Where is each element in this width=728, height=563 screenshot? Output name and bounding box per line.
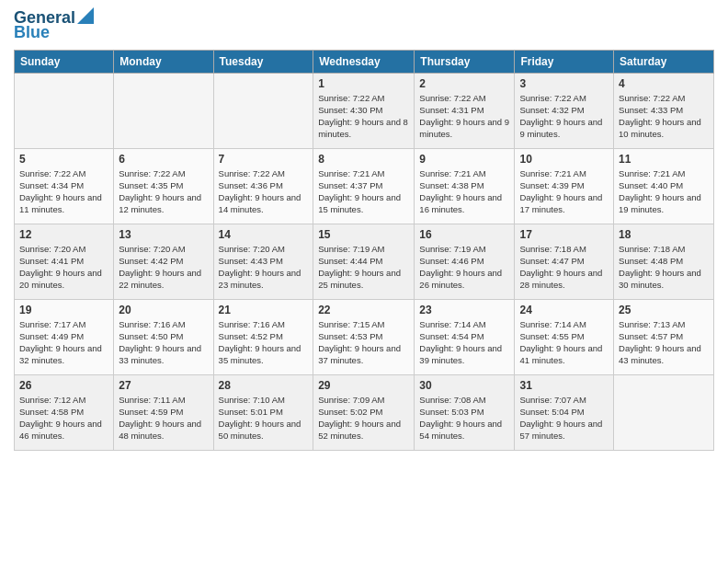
calendar-week-row: 5Sunrise: 7:22 AMSunset: 4:34 PMDaylight… bbox=[15, 148, 714, 224]
day-number: 13 bbox=[119, 228, 208, 241]
day-number: 24 bbox=[519, 304, 609, 316]
page-header: General Blue bbox=[14, 9, 714, 42]
logo-icon bbox=[77, 7, 94, 24]
day-detail: Sunrise: 7:22 AMSunset: 4:35 PMDaylight:… bbox=[119, 167, 208, 216]
day-number: 18 bbox=[619, 228, 709, 241]
calendar-header-friday: Friday bbox=[515, 50, 614, 73]
day-number: 30 bbox=[419, 379, 509, 392]
day-detail: Sunrise: 7:13 AMSunset: 4:57 PMDaylight:… bbox=[619, 318, 709, 367]
day-detail: Sunrise: 7:22 AMSunset: 4:30 PMDaylight:… bbox=[318, 92, 409, 141]
day-number: 14 bbox=[219, 228, 309, 241]
day-detail: Sunrise: 7:10 AMSunset: 5:01 PMDaylight:… bbox=[219, 394, 309, 442]
day-detail: Sunrise: 7:19 AMSunset: 4:44 PMDaylight:… bbox=[318, 243, 409, 292]
calendar-cell: 16Sunrise: 7:19 AMSunset: 4:46 PMDayligh… bbox=[415, 224, 515, 299]
day-detail: Sunrise: 7:20 AMSunset: 4:41 PMDaylight:… bbox=[19, 243, 108, 292]
day-detail: Sunrise: 7:21 AMSunset: 4:37 PMDaylight:… bbox=[318, 167, 409, 216]
calendar-cell: 28Sunrise: 7:10 AMSunset: 5:01 PMDayligh… bbox=[213, 374, 313, 450]
page-container: General Blue SundayMondayTuesdayWednesda… bbox=[0, 0, 728, 460]
calendar-header-row: SundayMondayTuesdayWednesdayThursdayFrid… bbox=[15, 50, 714, 73]
day-number: 20 bbox=[119, 304, 208, 316]
calendar-cell: 25Sunrise: 7:13 AMSunset: 4:57 PMDayligh… bbox=[614, 299, 714, 374]
day-detail: Sunrise: 7:17 AMSunset: 4:49 PMDaylight:… bbox=[19, 318, 108, 367]
calendar-cell: 1Sunrise: 7:22 AMSunset: 4:30 PMDaylight… bbox=[313, 73, 415, 148]
calendar-header-tuesday: Tuesday bbox=[213, 50, 313, 73]
day-number: 7 bbox=[219, 153, 309, 166]
day-detail: Sunrise: 7:09 AMSunset: 5:02 PMDaylight:… bbox=[318, 394, 409, 442]
calendar-cell: 5Sunrise: 7:22 AMSunset: 4:34 PMDaylight… bbox=[15, 148, 114, 224]
calendar-week-row: 19Sunrise: 7:17 AMSunset: 4:49 PMDayligh… bbox=[15, 299, 714, 374]
calendar-cell: 6Sunrise: 7:22 AMSunset: 4:35 PMDaylight… bbox=[114, 148, 213, 224]
day-number: 11 bbox=[619, 153, 709, 166]
day-number: 3 bbox=[519, 77, 609, 90]
day-detail: Sunrise: 7:18 AMSunset: 4:47 PMDaylight:… bbox=[519, 243, 609, 292]
day-number: 23 bbox=[419, 304, 509, 316]
calendar-cell: 31Sunrise: 7:07 AMSunset: 5:04 PMDayligh… bbox=[515, 374, 614, 450]
day-number: 29 bbox=[318, 379, 409, 392]
calendar-header-sunday: Sunday bbox=[15, 50, 114, 73]
calendar-cell: 10Sunrise: 7:21 AMSunset: 4:39 PMDayligh… bbox=[515, 148, 614, 224]
calendar-cell bbox=[614, 374, 714, 450]
day-number: 25 bbox=[619, 304, 709, 316]
calendar-week-row: 26Sunrise: 7:12 AMSunset: 4:58 PMDayligh… bbox=[15, 374, 714, 450]
day-number: 2 bbox=[419, 77, 509, 90]
day-detail: Sunrise: 7:20 AMSunset: 4:43 PMDaylight:… bbox=[219, 243, 309, 292]
day-detail: Sunrise: 7:11 AMSunset: 4:59 PMDaylight:… bbox=[119, 394, 208, 442]
day-detail: Sunrise: 7:07 AMSunset: 5:04 PMDaylight:… bbox=[519, 394, 609, 442]
day-detail: Sunrise: 7:22 AMSunset: 4:34 PMDaylight:… bbox=[19, 167, 108, 216]
day-number: 31 bbox=[519, 379, 609, 392]
day-number: 12 bbox=[19, 228, 108, 241]
svg-marker-0 bbox=[77, 7, 94, 24]
day-detail: Sunrise: 7:22 AMSunset: 4:36 PMDaylight:… bbox=[219, 167, 309, 216]
calendar-cell: 8Sunrise: 7:21 AMSunset: 4:37 PMDaylight… bbox=[313, 148, 415, 224]
calendar-cell: 29Sunrise: 7:09 AMSunset: 5:02 PMDayligh… bbox=[313, 374, 415, 450]
calendar-cell: 21Sunrise: 7:16 AMSunset: 4:52 PMDayligh… bbox=[213, 299, 313, 374]
calendar-cell: 26Sunrise: 7:12 AMSunset: 4:58 PMDayligh… bbox=[15, 374, 114, 450]
logo: General Blue bbox=[14, 9, 94, 42]
day-detail: Sunrise: 7:21 AMSunset: 4:39 PMDaylight:… bbox=[519, 167, 609, 216]
day-detail: Sunrise: 7:15 AMSunset: 4:53 PMDaylight:… bbox=[318, 318, 409, 367]
day-number: 26 bbox=[19, 379, 108, 392]
calendar-header-thursday: Thursday bbox=[415, 50, 515, 73]
calendar-cell: 4Sunrise: 7:22 AMSunset: 4:33 PMDaylight… bbox=[614, 73, 714, 148]
calendar-cell: 7Sunrise: 7:22 AMSunset: 4:36 PMDaylight… bbox=[213, 148, 313, 224]
calendar-cell: 19Sunrise: 7:17 AMSunset: 4:49 PMDayligh… bbox=[15, 299, 114, 374]
day-number: 16 bbox=[419, 228, 509, 241]
calendar-cell bbox=[114, 73, 213, 148]
calendar-cell: 27Sunrise: 7:11 AMSunset: 4:59 PMDayligh… bbox=[114, 374, 213, 450]
day-number: 22 bbox=[318, 304, 409, 316]
day-number: 1 bbox=[318, 77, 409, 90]
day-detail: Sunrise: 7:22 AMSunset: 4:33 PMDaylight:… bbox=[619, 92, 709, 141]
calendar-header-saturday: Saturday bbox=[614, 50, 714, 73]
calendar-table: SundayMondayTuesdayWednesdayThursdayFrid… bbox=[14, 50, 714, 451]
day-number: 8 bbox=[318, 153, 409, 166]
day-detail: Sunrise: 7:21 AMSunset: 4:38 PMDaylight:… bbox=[419, 167, 509, 216]
day-number: 19 bbox=[19, 304, 108, 316]
day-detail: Sunrise: 7:18 AMSunset: 4:48 PMDaylight:… bbox=[619, 243, 709, 292]
calendar-cell: 15Sunrise: 7:19 AMSunset: 4:44 PMDayligh… bbox=[313, 224, 415, 299]
day-detail: Sunrise: 7:21 AMSunset: 4:40 PMDaylight:… bbox=[619, 167, 709, 216]
calendar-week-row: 12Sunrise: 7:20 AMSunset: 4:41 PMDayligh… bbox=[15, 224, 714, 299]
day-detail: Sunrise: 7:14 AMSunset: 4:54 PMDaylight:… bbox=[419, 318, 509, 367]
day-number: 6 bbox=[119, 153, 208, 166]
day-detail: Sunrise: 7:14 AMSunset: 4:55 PMDaylight:… bbox=[519, 318, 609, 367]
day-detail: Sunrise: 7:19 AMSunset: 4:46 PMDaylight:… bbox=[419, 243, 509, 292]
day-number: 27 bbox=[119, 379, 208, 392]
calendar-cell: 11Sunrise: 7:21 AMSunset: 4:40 PMDayligh… bbox=[614, 148, 714, 224]
logo-text-blue: Blue bbox=[14, 24, 50, 42]
day-detail: Sunrise: 7:20 AMSunset: 4:42 PMDaylight:… bbox=[119, 243, 208, 292]
day-detail: Sunrise: 7:16 AMSunset: 4:50 PMDaylight:… bbox=[119, 318, 208, 367]
day-number: 21 bbox=[219, 304, 309, 316]
day-detail: Sunrise: 7:08 AMSunset: 5:03 PMDaylight:… bbox=[419, 394, 509, 442]
calendar-cell: 18Sunrise: 7:18 AMSunset: 4:48 PMDayligh… bbox=[614, 224, 714, 299]
calendar-cell bbox=[213, 73, 313, 148]
calendar-header-wednesday: Wednesday bbox=[313, 50, 415, 73]
day-number: 15 bbox=[318, 228, 409, 241]
calendar-cell: 14Sunrise: 7:20 AMSunset: 4:43 PMDayligh… bbox=[213, 224, 313, 299]
calendar-cell: 9Sunrise: 7:21 AMSunset: 4:38 PMDaylight… bbox=[415, 148, 515, 224]
calendar-cell: 24Sunrise: 7:14 AMSunset: 4:55 PMDayligh… bbox=[515, 299, 614, 374]
calendar-cell: 13Sunrise: 7:20 AMSunset: 4:42 PMDayligh… bbox=[114, 224, 213, 299]
day-number: 9 bbox=[419, 153, 509, 166]
day-number: 28 bbox=[219, 379, 309, 392]
day-detail: Sunrise: 7:22 AMSunset: 4:32 PMDaylight:… bbox=[519, 92, 609, 141]
calendar-week-row: 1Sunrise: 7:22 AMSunset: 4:30 PMDaylight… bbox=[15, 73, 714, 148]
